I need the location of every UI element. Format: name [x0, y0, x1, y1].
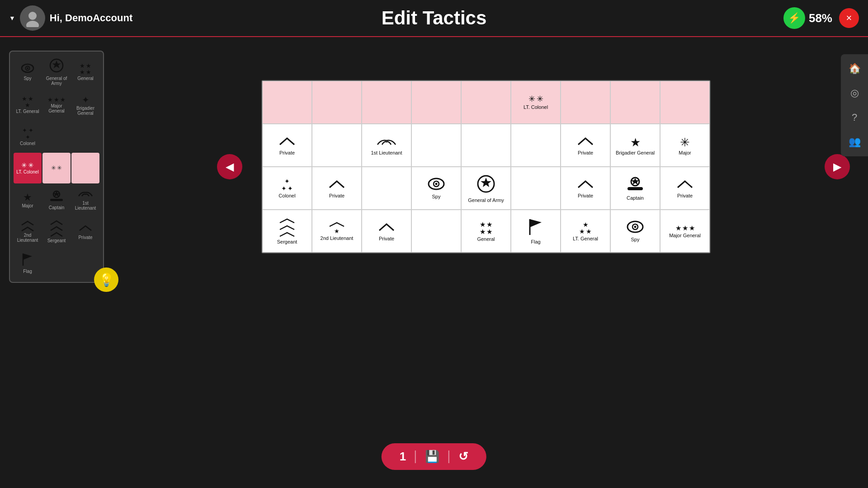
help-sidebar-icon[interactable]: ? — [844, 108, 864, 127]
piece-2nd-lieutenant[interactable]: 2nd Lieutenant — [14, 216, 42, 247]
grid-cell-3-0[interactable]: Sergeant — [262, 210, 312, 253]
1st-lt-1-2-icon — [377, 135, 396, 149]
piece-sergeant[interactable]: Sergeant — [42, 216, 71, 247]
grid-cell-3-5[interactable]: Flag — [511, 210, 561, 253]
grid-cell-2-1[interactable]: Private — [312, 167, 362, 210]
reset-icon[interactable]: ↺ — [458, 450, 468, 464]
grid-cell-1-1[interactable] — [312, 124, 362, 167]
close-button[interactable]: × — [839, 8, 859, 28]
brigadier-general-label: Brigadier General — [72, 106, 99, 116]
grid-cell-1-2[interactable]: 1st Lieutenant — [362, 124, 411, 167]
grid-area: ◀ ✳✳ LT. Colonel — [113, 51, 859, 283]
piece-lt-colonel-selected[interactable]: ✳✳ LT. Colonel — [14, 153, 42, 183]
spy-label: Spy — [24, 76, 31, 81]
grid-cell-3-3[interactable] — [411, 210, 461, 253]
next-button[interactable]: ▶ — [825, 154, 850, 179]
grid-cell-3-1[interactable]: ★ 2nd Lieutenant — [312, 210, 362, 253]
private-3-2-label: Private — [379, 236, 394, 241]
grid-cell-3-4[interactable]: ★★ ★★ General — [461, 210, 511, 253]
grid-row-1: Private 1st Lieutenant Private — [262, 124, 710, 167]
colonel-icon: ✦✦ ✦ — [22, 127, 33, 140]
piece-empty-2[interactable] — [71, 121, 99, 152]
major-1-8-icon: ✳ — [680, 135, 690, 149]
toolbar-divider-1 — [415, 450, 416, 463]
grid-cell-0-0[interactable] — [262, 81, 312, 124]
svg-rect-9 — [50, 199, 63, 201]
grid-cell-0-1[interactable] — [312, 81, 362, 124]
grid-cell-2-4[interactable]: General of Army — [461, 167, 511, 210]
lt-general-3-6-icon: ★ ★★ — [579, 221, 592, 235]
piece-empty-pink[interactable] — [71, 153, 99, 183]
piece-empty-3[interactable] — [42, 248, 71, 278]
energy-percent: 58% — [809, 11, 832, 25]
colonel-2-0-label: Colonel — [278, 193, 295, 198]
grid-cell-2-6[interactable]: Private — [561, 167, 610, 210]
lt-colonel-selected-label: LT. Colonel — [16, 169, 38, 174]
captain-label: Captain — [49, 205, 64, 210]
grid-cell-0-2[interactable] — [362, 81, 411, 124]
piece-lt-colonel-pink[interactable]: ✳✳ — [42, 153, 71, 183]
piece-private-panel[interactable]: Private — [71, 216, 99, 247]
grid-cell-1-7[interactable]: ★ Brigadier General — [610, 124, 660, 167]
grid-cell-0-8[interactable] — [660, 81, 710, 124]
spy-3-7-icon — [626, 221, 644, 235]
grid-cell-1-8[interactable]: ✳ Major — [660, 124, 710, 167]
user-section[interactable]: ▼ Hi, DemoAccount — [9, 5, 132, 31]
grid-cell-3-6[interactable]: ★ ★★ LT. General — [561, 210, 610, 253]
grid-cell-2-0[interactable]: ✦ ✦✦ Colonel — [262, 167, 312, 210]
grid-cell-1-4[interactable] — [461, 124, 511, 167]
main-content: Spy General of Army ★★ ★★ General — [0, 37, 868, 296]
target-sidebar-icon[interactable]: ◎ — [844, 83, 864, 103]
users-sidebar-icon[interactable]: 👥 — [844, 132, 864, 152]
grid-cell-0-7[interactable] — [610, 81, 660, 124]
piece-major-general[interactable]: ★★★ Major General — [42, 89, 71, 120]
grid-cell-0-4[interactable] — [461, 81, 511, 124]
piece-colonel[interactable]: ✦✦ ✦ Colonel — [14, 121, 42, 152]
flag-3-5-label: Flag — [531, 239, 540, 244]
save-icon[interactable]: 💾 — [425, 450, 439, 464]
private-2-8-label: Private — [677, 193, 693, 198]
right-sidebar: 🏠 ◎ ? 👥 — [841, 54, 868, 156]
grid-cell-3-7[interactable]: Spy — [610, 210, 660, 253]
private-3-2-icon — [378, 221, 395, 235]
piece-general-of-army[interactable]: General of Army — [42, 55, 71, 89]
grid-cell-1-3[interactable] — [411, 124, 461, 167]
grid-cell-2-3[interactable]: Spy — [411, 167, 461, 210]
svg-marker-11 — [23, 253, 32, 260]
prev-button[interactable]: ◀ — [217, 154, 242, 179]
grid-cell-1-6[interactable]: Private — [561, 124, 610, 167]
piece-brigadier-general[interactable]: ✦ Brigadier General — [71, 89, 99, 120]
private-2-1-icon — [328, 178, 345, 192]
grid-cell-2-7[interactable]: Captain — [610, 167, 660, 210]
grid-cell-3-8[interactable]: ★★★ Major General — [660, 210, 710, 253]
piece-1st-lieutenant[interactable]: 1st Lieutenant — [71, 184, 99, 215]
piece-major[interactable]: ★ Major — [14, 184, 42, 215]
piece-captain[interactable]: Captain — [42, 184, 71, 215]
header: ▼ Hi, DemoAccount Edit Tactics ⚡ 58% × — [0, 0, 868, 36]
piece-lt-general[interactable]: ★★ ★ LT. General — [14, 89, 42, 120]
general-of-army-label: General of Army — [43, 76, 70, 86]
sergeant-label: Sergeant — [47, 238, 66, 243]
piece-empty-1[interactable] — [42, 121, 71, 152]
grid-cell-1-5[interactable] — [511, 124, 561, 167]
piece-spy[interactable]: Spy — [14, 55, 42, 89]
sergeant-3-0-label: Sergeant — [277, 239, 297, 244]
lt-general-label: LT. General — [16, 109, 39, 114]
private-panel-label: Private — [78, 235, 92, 240]
grid-cell-2-5[interactable] — [511, 167, 561, 210]
home-sidebar-icon[interactable]: 🏠 — [844, 59, 864, 79]
major-icon: ★ — [23, 192, 32, 202]
grid-cell-2-8[interactable]: Private — [660, 167, 710, 210]
grid-cell-0-6[interactable] — [561, 81, 610, 124]
grid-cell-1-0[interactable]: Private — [262, 124, 312, 167]
svg-point-1 — [26, 21, 39, 27]
dropdown-arrow-icon[interactable]: ▼ — [9, 14, 15, 22]
grid-cell-2-2[interactable] — [362, 167, 411, 210]
spy-icon — [21, 63, 34, 75]
piece-flag[interactable]: Flag — [14, 248, 42, 278]
private-1-0-icon — [278, 135, 296, 149]
piece-general[interactable]: ★★ ★★ General — [71, 55, 99, 89]
grid-cell-0-3[interactable] — [411, 81, 461, 124]
grid-cell-0-5[interactable]: ✳✳ LT. Colonel — [511, 81, 561, 124]
grid-cell-3-2[interactable]: Private — [362, 210, 411, 253]
